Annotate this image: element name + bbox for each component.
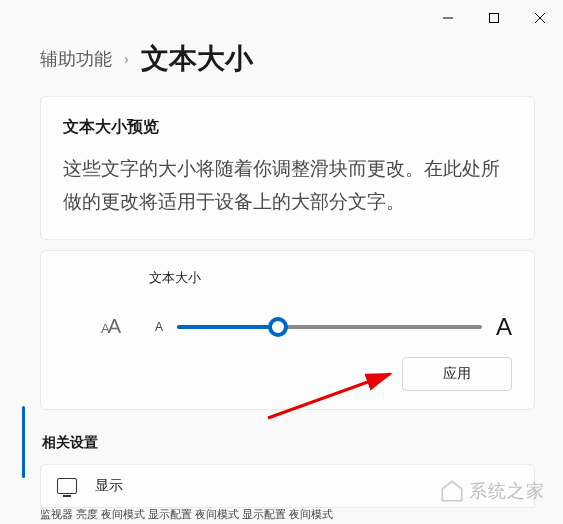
slider-thumb[interactable] [268, 317, 288, 337]
text-size-slider-card: 文本大小 AA A A 应用 [40, 250, 535, 410]
monitor-icon [57, 478, 77, 494]
slider-label: 文本大小 [149, 269, 512, 287]
preview-title: 文本大小预览 [63, 117, 512, 138]
text-size-preview-card: 文本大小预览 这些文字的大小将随着你调整滑块而更改。在此处所做的更改将适用于设备… [40, 96, 535, 240]
window-titlebar [0, 0, 563, 40]
related-settings-heading: 相关设置 [42, 434, 535, 452]
footer-tags: 监视器 亮度 夜间模式 显示配置 夜间模式 显示配置 夜间模式 [40, 507, 333, 522]
text-size-slider[interactable] [177, 325, 482, 329]
breadcrumb-parent[interactable]: 辅助功能 [40, 47, 112, 71]
chevron-right-icon: › [124, 51, 129, 67]
apply-button[interactable]: 应用 [402, 357, 512, 391]
watermark-icon [439, 478, 465, 504]
slider-min-label: A [155, 320, 163, 334]
accent-rail [22, 406, 25, 478]
maximize-button[interactable] [471, 2, 517, 34]
preview-body: 这些文字的大小将随着你调整滑块而更改。在此处所做的更改将适用于设备上的大部分文字… [63, 152, 512, 219]
breadcrumb: 辅助功能 › 文本大小 [0, 40, 563, 96]
watermark-text: 系统之家 [469, 479, 545, 503]
text-size-icon: AA [101, 315, 141, 338]
watermark: 系统之家 [439, 478, 545, 504]
minimize-button[interactable] [425, 2, 471, 34]
svg-rect-1 [490, 14, 499, 23]
slider-max-label: A [496, 313, 512, 341]
close-button[interactable] [517, 2, 563, 34]
slider-fill [177, 325, 278, 329]
page-title: 文本大小 [141, 40, 253, 78]
display-label: 显示 [95, 477, 123, 495]
